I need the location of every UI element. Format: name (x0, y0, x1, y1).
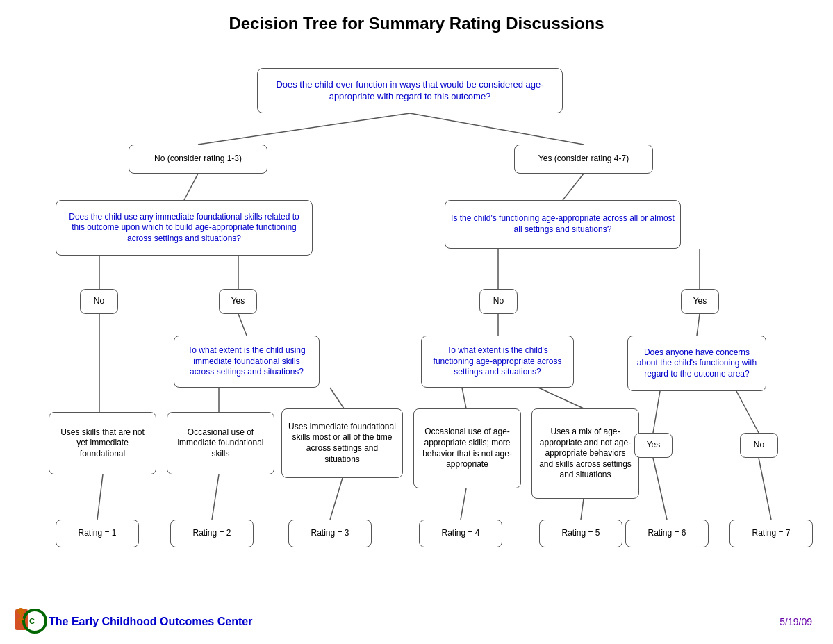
eco-logo-icon: C (14, 606, 49, 637)
svg-line-16 (653, 391, 660, 433)
footer-org-name: The Early Childhood Outcomes Center (49, 616, 252, 628)
svg-point-28 (17, 608, 24, 615)
extent-ageapp-question: To what extent is the child's functionin… (421, 336, 574, 388)
rating5-box: Rating = 5 (539, 520, 622, 547)
footer: C The Early Childhood Outcomes Center 5/… (0, 606, 833, 637)
rating3-box: Rating = 3 (288, 520, 372, 547)
age-appropriate-question: Is the child's functioning age-appropria… (445, 200, 681, 249)
no-left-box: No (80, 289, 118, 314)
rating7-box: Rating = 7 (729, 520, 813, 547)
rating4-box: Rating = 4 (419, 520, 502, 547)
svg-line-0 (198, 113, 410, 145)
rating1-box: Rating = 1 (56, 520, 139, 547)
rating6-box: Rating = 6 (625, 520, 709, 547)
svg-line-21 (461, 488, 466, 520)
root-question: Does the child ever function in ways tha… (257, 68, 563, 113)
yes-47-box: Yes (consider rating 4-7) (514, 145, 653, 174)
svg-line-15 (697, 314, 700, 336)
page: Decision Tree for Summary Rating Discuss… (0, 0, 833, 644)
svg-line-18 (97, 474, 103, 520)
rating4-desc: Occasional use of age-appropriate skills… (413, 408, 521, 488)
footer-logo: C (14, 606, 49, 637)
yes-concern-box: Yes (634, 433, 673, 458)
page-title: Decision Tree for Summary Rating Discuss… (14, 14, 819, 33)
rating1-desc: Uses skills that are not yet immediate f… (49, 412, 156, 474)
footer-date: 5/19/09 (780, 616, 812, 627)
svg-text:C: C (29, 617, 35, 625)
extent-foundational-question: To what extent is the child using immedi… (174, 336, 320, 388)
svg-line-13 (462, 388, 466, 408)
svg-line-1 (410, 113, 584, 145)
rating2-box: Rating = 2 (170, 520, 254, 547)
no-13-box: No (consider rating 1-3) (129, 145, 267, 174)
svg-line-24 (759, 458, 771, 520)
svg-line-17 (736, 391, 759, 433)
yes-right-box: Yes (681, 289, 719, 314)
svg-line-11 (330, 388, 344, 408)
svg-line-3 (563, 174, 584, 200)
svg-line-2 (184, 174, 198, 200)
rating3-desc: Uses immediate foundational skills most … (281, 408, 403, 478)
svg-line-14 (538, 388, 584, 408)
no-right-box: No (479, 289, 518, 314)
svg-line-23 (653, 458, 667, 520)
yes-left-box: Yes (219, 289, 257, 314)
diagram: Does the child ever function in ways tha… (14, 47, 819, 617)
svg-line-9 (238, 314, 247, 336)
concerns-question: Does anyone have concerns about the chil… (627, 336, 766, 391)
foundational-question: Does the child use any immediate foundat… (56, 200, 313, 256)
rating5-desc: Uses a mix of age-appropriate and not ag… (531, 408, 639, 499)
svg-line-19 (212, 474, 219, 520)
svg-line-22 (581, 499, 584, 520)
no-concern-box: No (740, 433, 778, 458)
svg-line-20 (330, 478, 343, 520)
rating2-desc: Occasional use of immediate foundational… (167, 412, 274, 474)
